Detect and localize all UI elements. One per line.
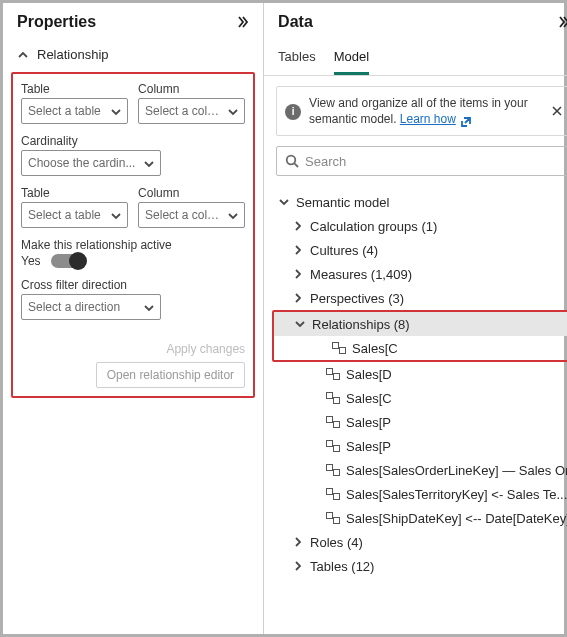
chevron-right-icon bbox=[292, 536, 304, 548]
relationship-section-header[interactable]: Relationship bbox=[3, 39, 263, 70]
cardinality-label: Cardinality bbox=[21, 134, 161, 148]
chevron-down-icon bbox=[111, 106, 121, 116]
tree-cultures[interactable]: Cultures (4) bbox=[268, 238, 567, 262]
properties-title: Properties bbox=[17, 13, 96, 31]
table1-select[interactable]: Select a table bbox=[21, 98, 128, 124]
search-box[interactable] bbox=[276, 146, 567, 176]
search-icon bbox=[285, 154, 299, 168]
info-banner: i View and organize all of the items in … bbox=[276, 86, 567, 136]
tree-relationships[interactable]: Relationships (8) bbox=[274, 312, 567, 336]
chevron-down-icon bbox=[278, 196, 290, 208]
table1-label: Table bbox=[21, 82, 128, 96]
crossfilter-select[interactable]: Select a direction bbox=[21, 294, 161, 320]
search-input[interactable] bbox=[305, 154, 562, 169]
tree-measures[interactable]: Measures (1,409) bbox=[268, 262, 567, 286]
crossfilter-label: Cross filter direction bbox=[21, 278, 161, 292]
tree-tables[interactable]: Tables (12) bbox=[268, 554, 567, 578]
relationship-icon bbox=[326, 392, 340, 404]
tree-rel-item[interactable]: Sales[SalesTerritoryKey] <- Sales Te... bbox=[268, 482, 567, 506]
chevron-down-icon bbox=[228, 106, 238, 116]
relationship-icon bbox=[326, 488, 340, 500]
column2-label: Column bbox=[138, 186, 245, 200]
chevron-down-icon bbox=[144, 158, 154, 168]
tab-tables[interactable]: Tables bbox=[278, 43, 316, 75]
tree-perspectives[interactable]: Perspectives (3) bbox=[268, 286, 567, 310]
tree-rel-item[interactable]: Sales[ShipDateKey] <-- Date[DateKey] bbox=[268, 506, 567, 530]
open-relationship-editor-button[interactable]: Open relationship editor bbox=[96, 362, 245, 388]
table2-label: Table bbox=[21, 186, 128, 200]
relationship-icon bbox=[326, 368, 340, 380]
relationship-section-label: Relationship bbox=[37, 47, 109, 62]
model-tree: Semantic model Calculation groups (1) Cu… bbox=[268, 190, 567, 578]
active-label: Make this relationship active bbox=[21, 238, 245, 252]
chevron-down-icon bbox=[111, 210, 121, 220]
chevron-up-icon bbox=[17, 49, 29, 61]
relationship-icon bbox=[326, 464, 340, 476]
chevron-down-icon bbox=[228, 210, 238, 220]
tree-rel-item[interactable]: Sales[D bbox=[268, 362, 567, 386]
data-pane: Data Tables Model i View and organize al… bbox=[264, 3, 567, 634]
tree-rel-item[interactable]: Sales[C bbox=[274, 336, 567, 360]
tree-rel-item[interactable]: Sales[C bbox=[268, 386, 567, 410]
column1-select[interactable]: Select a column bbox=[138, 98, 245, 124]
tree-semantic-model[interactable]: Semantic model bbox=[268, 190, 567, 214]
apply-changes-button[interactable]: Apply changes bbox=[166, 342, 245, 356]
chevron-right-icon bbox=[292, 220, 304, 232]
relationship-icon bbox=[326, 416, 340, 428]
cardinality-select[interactable]: Choose the cardin... bbox=[21, 150, 161, 176]
tree-rel-item[interactable]: Sales[SalesOrderLineKey] — Sales Or... bbox=[268, 458, 567, 482]
svg-point-0 bbox=[287, 156, 296, 165]
external-link-icon bbox=[461, 115, 471, 125]
chevron-right-icon bbox=[292, 244, 304, 256]
close-icon[interactable] bbox=[551, 105, 563, 117]
relationship-icon bbox=[332, 342, 346, 354]
tab-model[interactable]: Model bbox=[334, 43, 369, 75]
relationship-form-highlight: Table Select a table Column Select a col… bbox=[11, 72, 255, 398]
info-learn-link[interactable]: Learn how bbox=[400, 112, 456, 126]
chevron-right-icon bbox=[292, 560, 304, 572]
tree-rel-item[interactable]: Sales[P bbox=[268, 410, 567, 434]
tree-roles[interactable]: Roles (4) bbox=[268, 530, 567, 554]
active-toggle[interactable] bbox=[51, 254, 85, 268]
info-icon: i bbox=[285, 104, 301, 120]
collapse-properties-icon[interactable] bbox=[233, 14, 249, 30]
table2-select[interactable]: Select a table bbox=[21, 202, 128, 228]
relationship-icon bbox=[326, 512, 340, 524]
properties-pane: Properties Relationship Table Select a t… bbox=[3, 3, 264, 634]
active-state: Yes bbox=[21, 254, 41, 268]
tree-rel-item[interactable]: Sales[P bbox=[268, 434, 567, 458]
relationships-highlight: Relationships (8) Sales[C bbox=[272, 310, 567, 362]
chevron-down-icon bbox=[144, 302, 154, 312]
data-title: Data bbox=[278, 13, 313, 31]
relationship-icon bbox=[326, 440, 340, 452]
chevron-down-icon bbox=[294, 318, 306, 330]
chevron-right-icon bbox=[292, 268, 304, 280]
column1-label: Column bbox=[138, 82, 245, 96]
chevron-right-icon bbox=[292, 292, 304, 304]
tree-calc-groups[interactable]: Calculation groups (1) bbox=[268, 214, 567, 238]
column2-select[interactable]: Select a column bbox=[138, 202, 245, 228]
collapse-data-icon[interactable] bbox=[554, 14, 568, 30]
